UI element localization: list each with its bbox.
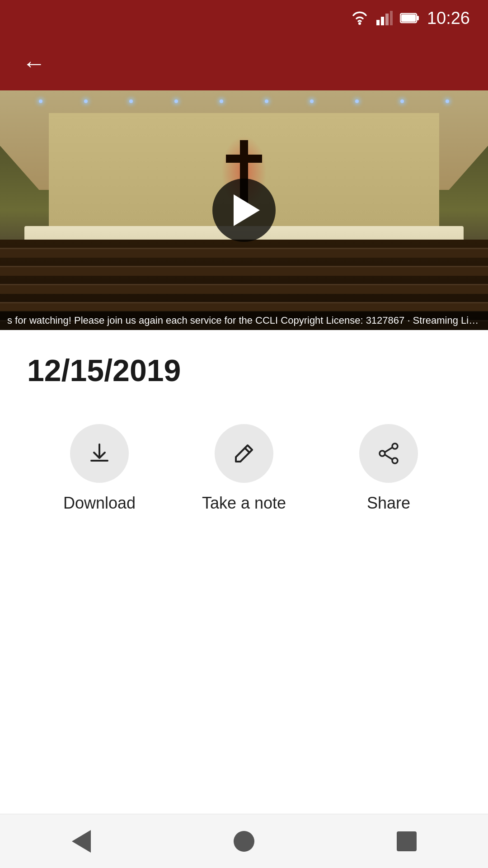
- ceiling-light: [265, 99, 268, 103]
- back-arrow-icon: ←: [22, 52, 46, 75]
- ceiling-light: [400, 99, 404, 103]
- svg-point-8: [392, 443, 398, 449]
- pew-row: [0, 302, 488, 312]
- download-label: Download: [63, 494, 136, 513]
- ceiling-light: [355, 99, 359, 103]
- ceiling-light: [310, 99, 314, 103]
- take-note-label: Take a note: [202, 494, 286, 513]
- battery-icon: [400, 12, 420, 24]
- ceiling-light: [129, 99, 133, 103]
- status-time: 10:26: [427, 9, 470, 28]
- download-action[interactable]: Download: [50, 424, 149, 513]
- nav-home-icon: [234, 831, 254, 852]
- cross-horizontal: [226, 155, 262, 163]
- status-bar: 10:26: [0, 0, 488, 36]
- video-date: 12/15/2019: [27, 353, 461, 388]
- wifi-icon: [350, 11, 369, 25]
- pew-row: [0, 284, 488, 294]
- video-caption: s for watching! Please join us again eac…: [0, 311, 488, 330]
- svg-rect-3: [385, 14, 389, 25]
- status-icons: 10:26: [350, 9, 470, 28]
- ceiling-light: [84, 99, 88, 103]
- pew-row: [0, 248, 488, 258]
- nav-recent-icon: [397, 831, 417, 851]
- svg-point-9: [392, 458, 398, 463]
- nav-home-button[interactable]: [221, 823, 267, 859]
- ceiling-light: [220, 99, 223, 103]
- share-circle: [359, 424, 418, 483]
- svg-rect-1: [376, 20, 380, 25]
- video-player[interactable]: s for watching! Please join us again eac…: [0, 90, 488, 330]
- nav-recent-button[interactable]: [384, 823, 429, 859]
- svg-rect-7: [401, 14, 416, 22]
- svg-point-10: [380, 451, 385, 456]
- nav-bar: [0, 814, 488, 868]
- nav-back-icon: [72, 830, 91, 853]
- nav-back-button[interactable]: [59, 823, 104, 859]
- share-action[interactable]: Share: [339, 424, 438, 513]
- svg-rect-6: [417, 16, 419, 20]
- ceiling-light: [174, 99, 178, 103]
- svg-rect-2: [381, 17, 384, 25]
- pew-row: [0, 266, 488, 276]
- svg-rect-4: [390, 11, 393, 25]
- play-triangle-icon: [234, 194, 260, 226]
- take-note-circle: [215, 424, 273, 483]
- download-icon: [87, 441, 112, 466]
- toolbar: ←: [0, 36, 488, 90]
- ceiling-lights: [0, 99, 488, 103]
- signal-icon: [376, 11, 393, 25]
- actions-row: Download Take a note Share: [27, 415, 461, 522]
- ceiling-light: [39, 99, 42, 103]
- pencil-icon: [231, 441, 257, 466]
- share-label: Share: [367, 494, 410, 513]
- download-circle: [70, 424, 129, 483]
- back-button[interactable]: ←: [18, 47, 50, 79]
- take-note-action[interactable]: Take a note: [194, 424, 294, 513]
- play-button[interactable]: [212, 179, 276, 242]
- svg-point-0: [358, 22, 361, 25]
- ceiling-light: [446, 99, 449, 103]
- share-icon: [376, 441, 401, 466]
- content-area: 12/15/2019 Download Take a note: [0, 330, 488, 562]
